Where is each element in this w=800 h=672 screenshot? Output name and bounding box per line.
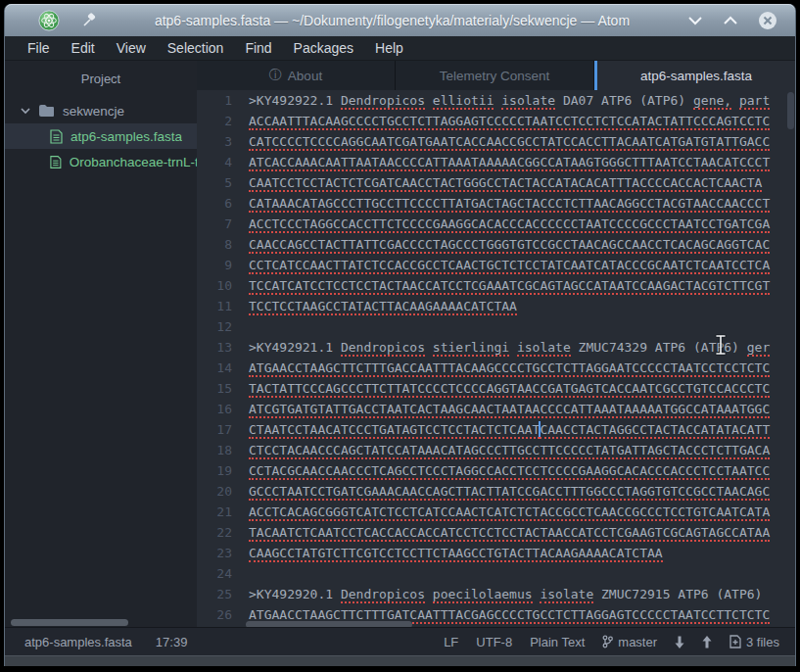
- menu-item-view[interactable]: View: [106, 37, 157, 59]
- code-line[interactable]: 10TCCATCATCCTCCTCCTACTAACCATCCTCGAAATCGC…: [197, 275, 795, 296]
- status-git-changed-files[interactable]: 3 files: [729, 635, 779, 649]
- plain-text: [425, 93, 433, 108]
- atom-logo-icon[interactable]: [38, 10, 60, 31]
- code-line[interactable]: 25>KY492920.1 Dendropicos poecilolaemus …: [197, 584, 795, 604]
- code-line[interactable]: 2ACCAATTTACAAGCCCCTGCCTCTTAGGAGTCCCCCTAA…: [197, 111, 795, 131]
- menu-item-packages[interactable]: Packages: [283, 37, 364, 59]
- file-icon: [50, 155, 62, 169]
- tab-atp6-samples-fasta[interactable]: atp6-samples.fasta: [594, 61, 795, 90]
- menu-item-find[interactable]: Find: [234, 37, 282, 59]
- tab-bar: ⓘAboutTelemetry Consentatp6-samples.fast…: [197, 61, 795, 90]
- diff-file-icon: [729, 635, 741, 648]
- misspelled-text: TACAATCTCAATCCTCACCACCACCATCCTCCTCCTACTA…: [249, 525, 770, 542]
- misspelled-text: CATCCCCTCCCCAGGCAATCGATGAATCACCAACCGCCTA…: [249, 134, 770, 151]
- project-tree-panel: Project sekwencje atp6-samples.fastaOrob…: [5, 61, 197, 631]
- status-cursor-position[interactable]: 17:39: [156, 635, 188, 649]
- code-line[interactable]: 16ATCGTGATGTATTGACCTAATCACTAAGCAACTAATAA…: [197, 399, 795, 419]
- line-number: 12: [197, 316, 232, 337]
- line-number: 20: [197, 481, 232, 502]
- tab-about[interactable]: ⓘAbout: [197, 61, 396, 90]
- plain-text: [425, 587, 433, 601]
- misspelled-text: CATAAACATAGCCCTTGCCTTCCCCTTATGACTAGCTACC…: [249, 196, 770, 213]
- line-text: CTAATCCTAACATCCCTGATAGTCCTCCTACTCTCAATCA…: [249, 419, 770, 440]
- misspelled-text: CTCCTACAACCCAGCTATCCATAAACATAGCCCTTGCCTT…: [249, 443, 770, 459]
- file-icon: [50, 129, 63, 144]
- code-line[interactable]: 21ACCTCACAGCGGGTCATCTCCTCATCCAACTCATCTCT…: [197, 502, 795, 522]
- code-line[interactable]: 17CTAATCCTAACATCCCTGATAGTCCTCCTACTCTCAAT…: [197, 419, 795, 440]
- line-number: 22: [197, 522, 232, 543]
- line-number: 16: [197, 399, 232, 419]
- misspelled-text: ACCTCACAGCGGGTCATCTCCTCATCCAACTCATCTCTAC…: [249, 504, 770, 521]
- maximize-button[interactable]: [723, 16, 738, 25]
- editor[interactable]: 1>KY492922.1 Dendropicos elliotii isolat…: [197, 90, 795, 631]
- git-push-icon[interactable]: [702, 636, 712, 648]
- code-line[interactable]: 13>KY492921.1 Dendropicos stierlingi iso…: [197, 337, 795, 358]
- line-number: 4: [197, 152, 232, 172]
- misspelled-text: Dendropicos: [341, 587, 425, 603]
- misspelled-text: ATCACCAAACAATTAATAACCCCATTAAATAAAAACGGCC…: [249, 155, 770, 171]
- line-text: CCTACGCAACCAACCCTCAGCCTCCCTAGGCCACCTCCTC…: [249, 460, 770, 481]
- code-line[interactable]: 19CCTACGCAACCAACCCTCAGCCTCCCTAGGCCACCTCC…: [197, 460, 795, 481]
- code-line[interactable]: 6CATAAACATAGCCCTTGCCTTCCCCTTATGACTAGCTAC…: [197, 193, 795, 214]
- code-line[interactable]: 5CAATCCTCCTACTCTCGATCAACCTACTGGGCCTACTAC…: [197, 172, 795, 193]
- menu-item-edit[interactable]: Edit: [61, 37, 106, 59]
- files-badge-label: 3 files: [746, 635, 779, 649]
- tab-label: About: [288, 69, 322, 83]
- plain-text: [731, 93, 739, 108]
- code-line[interactable]: 12: [197, 316, 795, 337]
- status-filename[interactable]: atp6-samples.fasta: [24, 635, 132, 649]
- git-pull-icon[interactable]: [675, 636, 684, 648]
- misspelled-text: ger: [747, 340, 770, 357]
- project-header: Project: [5, 61, 197, 98]
- menu-bar: FileEditViewSelectionFindPackagesHelp: [5, 36, 795, 61]
- misspelled-text: elliotii: [433, 93, 494, 110]
- tree-folder-sekwencje[interactable]: sekwencje: [5, 98, 197, 123]
- chevron-down-icon: [21, 107, 30, 115]
- line-number: 2: [197, 111, 232, 131]
- misspelled-text: Dendropicos: [341, 340, 425, 357]
- code-line[interactable]: 3CATCCCCTCCCCAGGCAATCGATGAATCACCAACCGCCT…: [197, 131, 795, 152]
- line-text: CTCCTACAACCCAGCTATCCATAAACATAGCCCTTGCCTT…: [249, 440, 770, 460]
- line-number: 3: [197, 131, 232, 152]
- misspelled-text: stierlingi: [433, 340, 509, 357]
- status-grammar[interactable]: Plain Text: [530, 635, 585, 649]
- misspelled-text: TACTATTCCCAGCCCTTCTTATCCCCTCCCCAGGTAACCG…: [249, 381, 770, 398]
- info-icon: ⓘ: [269, 67, 282, 84]
- misspelled-text: CCTCATCCAACTTATCTCCACCGCCTCAACTGCTCTCCTA…: [249, 258, 770, 274]
- line-text: TACAATCTCAATCCTCACCACCACCATCCTCCTCCTACTA…: [249, 522, 770, 543]
- menu-item-help[interactable]: Help: [364, 37, 414, 59]
- code-line[interactable]: 23CAAGCCTATGTCTTCGTCCTCCTTCTAAGCCTGTACTT…: [197, 543, 795, 563]
- line-number: 24: [197, 563, 232, 584]
- menu-item-file[interactable]: File: [17, 37, 61, 59]
- status-encoding[interactable]: UTF-8: [476, 635, 512, 649]
- code-line[interactable]: 22TACAATCTCAATCCTCACCACCACCATCCTCCTCCTAC…: [197, 522, 795, 543]
- close-button[interactable]: [758, 11, 777, 30]
- line-number: 25: [197, 584, 232, 604]
- titlebar[interactable]: atp6-samples.fasta — ~/Dokumenty/filogen…: [5, 4, 795, 36]
- code-line[interactable]: 1>KY492922.1 Dendropicos elliotii isolat…: [197, 90, 795, 111]
- code-line[interactable]: 15TACTATTCCCAGCCCTTCTTATCCCCTCCCCAGGTAAC…: [197, 378, 795, 399]
- code-line[interactable]: 8CAACCAGCCTACTTATTCGACCCCTAGCCCTGGGTGTCC…: [197, 234, 795, 255]
- tab-telemetry-consent[interactable]: Telemetry Consent: [396, 61, 594, 90]
- code-line[interactable]: 7ACCTCCCTAGGCCACCTTCTCCCCGAAGGCACACCCACC…: [197, 214, 795, 234]
- tree-file-orobanchaceae-trnl-trn[interactable]: Orobanchaceae-trnL-trn: [5, 149, 197, 174]
- code-line[interactable]: 24: [197, 563, 795, 584]
- code-line[interactable]: 11TCCTCCTAAGCCTATACTTACAAGAAAACATCTAA: [197, 296, 795, 316]
- code-line[interactable]: 18CTCCTACAACCCAGCTATCCATAAACATAGCCCTTGCC…: [197, 440, 795, 460]
- editor-vscrollbar-thumb[interactable]: [787, 92, 794, 129]
- plain-text: >KY492920.1: [249, 587, 341, 601]
- code-line[interactable]: 14ATGAACCTAAGCTTCTTTGACCAATTTACAAGCCCCTG…: [197, 358, 795, 378]
- code-line[interactable]: 9CCTCATCCAACTTATCTCCACCGCCTCAACTGCTCTCCT…: [197, 255, 795, 275]
- pin-icon[interactable]: [81, 13, 97, 28]
- line-text: TACTATTCCCAGCCCTTCTTATCCCCTCCCCAGGTAACCG…: [249, 378, 770, 399]
- code-line[interactable]: 4ATCACCAAACAATTAATAACCCCATTAAATAAAAACGGC…: [197, 152, 795, 172]
- menu-item-selection[interactable]: Selection: [157, 37, 235, 59]
- sidebar-hscrollbar-thumb[interactable]: [11, 619, 128, 626]
- status-line-ending[interactable]: LF: [444, 635, 458, 649]
- misspelled-text: CAACCTACTAGGCCTACTACCATATACATT: [540, 422, 770, 439]
- tree-file-atp6-samples.fasta[interactable]: atp6-samples.fasta: [5, 123, 197, 149]
- status-git-branch[interactable]: master: [602, 635, 657, 649]
- minimize-button[interactable]: [687, 16, 703, 25]
- code-line[interactable]: 20GCCCTAATCCTGATCGAAACAACCAGCTTACTTATCCG…: [197, 481, 795, 502]
- editor-lines: 1>KY492922.1 Dendropicos elliotii isolat…: [197, 90, 795, 625]
